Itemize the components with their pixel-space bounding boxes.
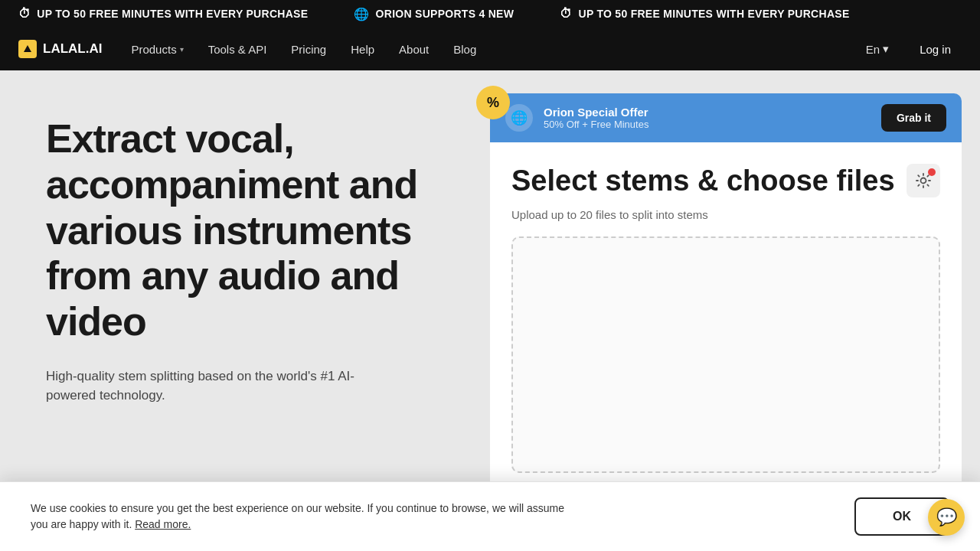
cookie-banner: We use cookies to ensure you get the bes…: [0, 481, 980, 551]
chevron-down-icon: ▾: [180, 45, 184, 54]
nav-pricing[interactable]: Pricing: [280, 38, 337, 60]
promo-badge[interactable]: %: [476, 86, 510, 119]
nav-items: Products ▾ Tools & API Pricing Help Abou…: [120, 38, 487, 60]
ticker-icon-1r: ⏱: [560, 7, 572, 21]
card-panel: Select stems & choose files Upload up to…: [490, 142, 962, 536]
hero-subtitle: High-quality stem splitting based on the…: [46, 367, 398, 406]
hero-right: % 🌐 Orion Special Offer 50% Off + Free M…: [490, 70, 980, 551]
hero-left: Extract vocal, accompaniment and various…: [0, 70, 490, 551]
login-button[interactable]: Log in: [909, 38, 962, 60]
upload-area[interactable]: [511, 236, 940, 473]
chat-icon: 💬: [936, 507, 957, 527]
svg-point-2: [921, 178, 926, 184]
chat-widget-button[interactable]: 💬: [928, 499, 965, 536]
ticker-content: ⏱ UP TO 50 FREE MINUTES WITH EVERY PURCH…: [0, 7, 868, 21]
offer-subtitle: 50% Off + Free Minutes: [544, 119, 871, 130]
ticker-item-1: ⏱ UP TO 50 FREE MINUTES WITH EVERY PURCH…: [0, 7, 326, 21]
ticker-text-1: UP TO 50 FREE MINUTES WITH EVERY PURCHAS…: [37, 8, 308, 20]
nav-blog[interactable]: Blog: [443, 38, 487, 60]
ticker-text-1r: UP TO 50 FREE MINUTES WITH EVERY PURCHAS…: [579, 8, 850, 20]
nav-right: En ▾ Log in: [858, 37, 962, 60]
ticker-text-2: ORION SUPPORTS 4 NEW: [376, 8, 514, 20]
cookie-read-more-link[interactable]: Read more.: [135, 518, 191, 530]
card-description: Upload up to 20 files to split into stem…: [511, 208, 940, 221]
main-content: Extract vocal, accompaniment and various…: [0, 70, 980, 551]
ticker-icon-1: ⏱: [18, 7, 31, 21]
ticker-banner: ⏱ UP TO 50 FREE MINUTES WITH EVERY PURCH…: [0, 0, 980, 28]
logo-text: LALAL.AI: [43, 41, 102, 57]
settings-notification-dot: [928, 168, 936, 176]
offer-text: Orion Special Offer 50% Off + Free Minut…: [544, 106, 871, 130]
chevron-down-icon: ▾: [883, 42, 889, 56]
ticker-item-2: 🌐 ORION SUPPORTS 4 NEW: [335, 7, 532, 21]
grab-it-button[interactable]: Grab it: [881, 104, 946, 132]
navbar: LALAL.AI Products ▾ Tools & API Pricing …: [0, 28, 980, 70]
logo-link[interactable]: LALAL.AI: [18, 40, 102, 58]
nav-help[interactable]: Help: [340, 38, 385, 60]
logo-icon: [18, 40, 37, 58]
settings-button[interactable]: [906, 164, 940, 197]
ticker-icon-2: 🌐: [354, 7, 369, 21]
offer-title: Orion Special Offer: [544, 106, 871, 119]
card-title: Select stems & choose files: [511, 164, 895, 199]
offer-banner: 🌐 Orion Special Offer 50% Off + Free Min…: [490, 93, 962, 142]
language-selector[interactable]: En ▾: [858, 37, 897, 60]
card-header: Select stems & choose files: [511, 164, 940, 199]
nav-tools[interactable]: Tools & API: [198, 38, 278, 60]
hero-title: Extract vocal, accompaniment and various…: [46, 116, 444, 345]
nav-about[interactable]: About: [388, 38, 439, 60]
offer-globe-icon: 🌐: [505, 104, 533, 132]
nav-left: LALAL.AI Products ▾ Tools & API Pricing …: [18, 38, 487, 60]
nav-products[interactable]: Products ▾: [120, 38, 194, 60]
ticker-item-1-repeat: ⏱ UP TO 50 FREE MINUTES WITH EVERY PURCH…: [541, 7, 867, 21]
cookie-text: We use cookies to ensure you get the bes…: [31, 500, 567, 533]
right-panel-wrapper: % 🌐 Orion Special Offer 50% Off + Free M…: [490, 93, 962, 536]
